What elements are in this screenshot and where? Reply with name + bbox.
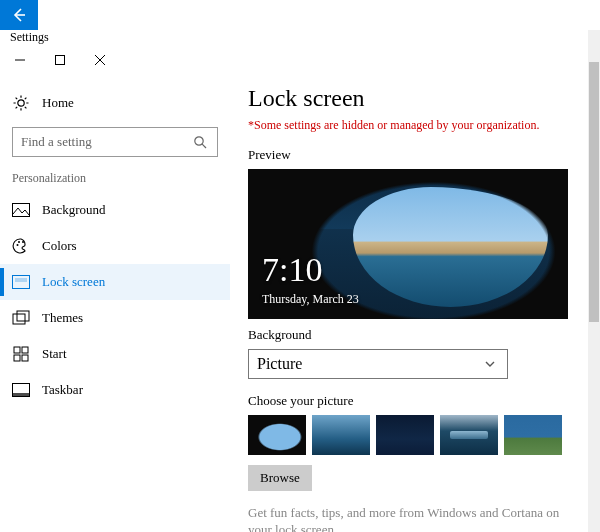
picture-thumbnail[interactable] [504, 415, 562, 455]
svg-rect-3 [13, 204, 30, 217]
minimize-button[interactable] [0, 45, 40, 75]
svg-point-1 [18, 100, 24, 106]
svg-rect-0 [56, 56, 65, 65]
scrollbar-thumb[interactable] [589, 62, 599, 322]
svg-rect-11 [14, 347, 20, 353]
sidebar-item-background[interactable]: Background [0, 192, 230, 228]
picture-thumbnails [248, 415, 580, 455]
fun-facts-label: Get fun facts, tips, and more from Windo… [248, 505, 568, 532]
sidebar-item-label: Background [42, 202, 106, 218]
sidebar-item-label: Lock screen [42, 274, 105, 290]
preview-time: 7:10 [262, 251, 322, 289]
search-placeholder: Find a setting [21, 134, 191, 150]
close-button[interactable] [80, 45, 120, 75]
lock-screen-preview: 7:10 Thursday, March 23 [248, 169, 568, 319]
sidebar-item-colors[interactable]: Colors [0, 228, 230, 264]
scrollbar[interactable] [588, 30, 600, 532]
lock-screen-icon [12, 273, 30, 291]
home-nav[interactable]: Home [0, 85, 230, 121]
picture-thumbnail[interactable] [440, 415, 498, 455]
svg-rect-9 [13, 314, 25, 324]
svg-rect-14 [22, 355, 28, 361]
home-label: Home [42, 95, 74, 111]
picture-thumbnail[interactable] [312, 415, 370, 455]
svg-rect-12 [22, 347, 28, 353]
main-content: Lock screen *Some settings are hidden or… [230, 75, 600, 532]
sidebar-item-label: Start [42, 346, 67, 362]
gear-icon [12, 94, 30, 112]
svg-rect-13 [14, 355, 20, 361]
window-title: Settings [0, 30, 600, 45]
svg-point-6 [22, 241, 24, 243]
background-label: Background [248, 327, 580, 343]
svg-point-2 [195, 137, 203, 145]
svg-point-4 [17, 244, 19, 246]
sidebar-item-themes[interactable]: Themes [0, 300, 230, 336]
sidebar-item-label: Themes [42, 310, 83, 326]
browse-label: Browse [260, 470, 300, 485]
sidebar: Home Find a setting Personalization Back… [0, 75, 230, 532]
window-controls [0, 45, 600, 75]
back-button[interactable] [0, 0, 38, 30]
background-dropdown[interactable]: Picture [248, 349, 508, 379]
org-warning: *Some settings are hidden or managed by … [248, 118, 580, 133]
page-title: Lock screen [248, 85, 580, 112]
svg-rect-10 [17, 311, 29, 321]
chevron-down-icon [481, 355, 499, 373]
titlebar: Settings [0, 0, 600, 75]
section-label: Personalization [0, 167, 230, 192]
palette-icon [12, 237, 30, 255]
preview-date: Thursday, March 23 [262, 292, 359, 307]
browse-button[interactable]: Browse [248, 465, 312, 491]
preview-label: Preview [248, 147, 580, 163]
sidebar-item-start[interactable]: Start [0, 336, 230, 372]
arrow-left-icon [10, 6, 28, 24]
dropdown-value: Picture [257, 355, 302, 373]
sidebar-item-label: Colors [42, 238, 77, 254]
picture-thumbnail[interactable] [376, 415, 434, 455]
start-icon [12, 345, 30, 363]
search-input[interactable]: Find a setting [12, 127, 218, 157]
search-icon [191, 133, 209, 151]
svg-point-5 [18, 241, 20, 243]
sidebar-item-taskbar[interactable]: Taskbar [0, 372, 230, 408]
choose-picture-label: Choose your picture [248, 393, 580, 409]
picture-icon [12, 201, 30, 219]
maximize-button[interactable] [40, 45, 80, 75]
sidebar-item-label: Taskbar [42, 382, 83, 398]
svg-rect-8 [15, 278, 27, 282]
themes-icon [12, 309, 30, 327]
taskbar-icon [12, 381, 30, 399]
sidebar-item-lock-screen[interactable]: Lock screen [0, 264, 230, 300]
picture-thumbnail[interactable] [248, 415, 306, 455]
svg-rect-16 [13, 393, 29, 396]
